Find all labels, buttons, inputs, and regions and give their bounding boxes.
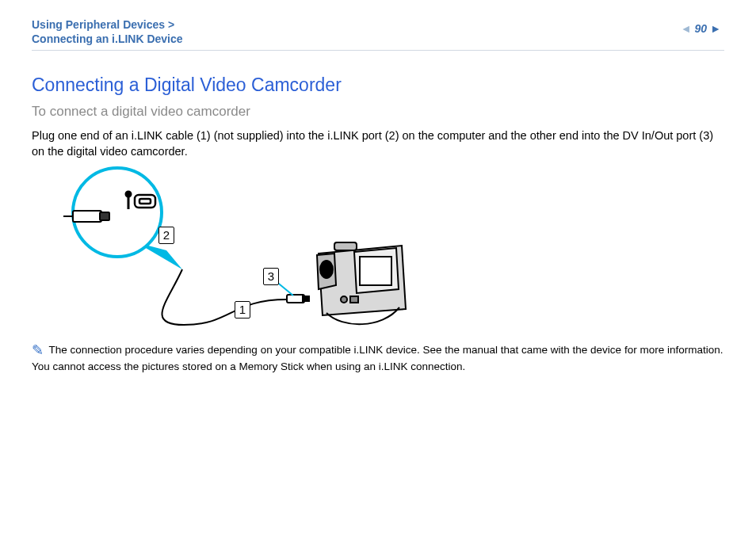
callout-label-3: 3 bbox=[263, 268, 279, 285]
prev-page-arrow-icon[interactable]: ◄ bbox=[681, 22, 692, 35]
section-subheading: To connect a digital video camcorder bbox=[32, 104, 724, 120]
document-page: Using Peripheral Devices > Connecting an… bbox=[0, 0, 756, 534]
svg-point-14 bbox=[341, 296, 347, 303]
callout-label-1: 1 bbox=[235, 301, 250, 318]
body-paragraph: Plug one end of an i.LINK cable (1) (not… bbox=[32, 128, 724, 159]
svg-rect-9 bbox=[303, 296, 309, 301]
next-page-arrow-icon[interactable]: ► bbox=[710, 22, 721, 35]
svg-rect-8 bbox=[287, 295, 304, 303]
page-header: Using Peripheral Devices > Connecting an… bbox=[32, 17, 724, 49]
breadcrumb-line-2: Connecting an i.LINK Device bbox=[32, 32, 724, 46]
svg-rect-2 bbox=[100, 212, 109, 220]
connection-diagram: 2 1 3 bbox=[49, 166, 430, 341]
svg-rect-15 bbox=[350, 296, 358, 303]
breadcrumb-line-1: Using Peripheral Devices > bbox=[32, 17, 724, 32]
callout-label-2: 2 bbox=[158, 227, 174, 244]
note-pencil-icon: ✎ bbox=[32, 341, 44, 359]
header-divider bbox=[32, 50, 724, 51]
svg-point-11 bbox=[320, 261, 333, 278]
svg-point-4 bbox=[126, 192, 131, 196]
note-text-1: The connection procedure varies dependin… bbox=[48, 344, 723, 356]
section-title: Connecting a Digital Video Camcorder bbox=[32, 74, 724, 96]
svg-rect-1 bbox=[73, 211, 101, 222]
note-block: ✎ The connection procedure varies depend… bbox=[32, 341, 724, 374]
note-text-2: You cannot access the pictures stored on… bbox=[32, 360, 465, 372]
svg-rect-13 bbox=[334, 242, 357, 250]
svg-rect-12 bbox=[360, 257, 391, 285]
page-number: 90 bbox=[695, 22, 708, 35]
page-nav: ◄ 90 ► bbox=[681, 22, 721, 35]
